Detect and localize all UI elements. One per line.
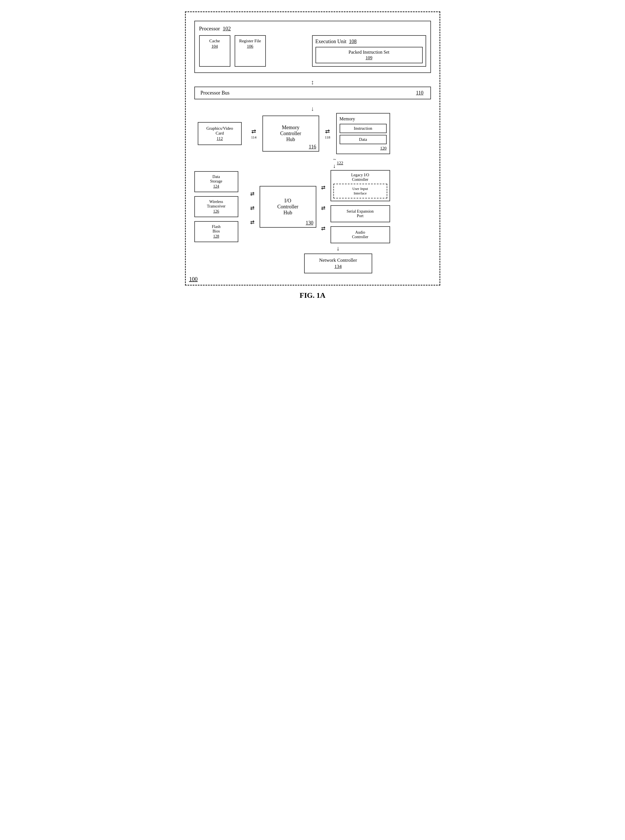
ioh-number: 130: [306, 220, 314, 226]
cache-box: Cache 104: [199, 35, 230, 67]
ioh-to-network-arrow: ↓: [246, 243, 431, 254]
right-arrows: ⇄ ⇄ ⇄: [316, 182, 331, 232]
flash-bios-box: Flash Bios 128: [194, 221, 238, 242]
memory-title: Memory: [340, 116, 387, 122]
user-input-box: User Input Interface: [333, 184, 387, 198]
mch-number: 116: [309, 144, 316, 150]
memory-box: Memory Instruction Data 120: [336, 113, 390, 154]
connector-114: 114: [251, 135, 257, 140]
legacy-io-box: Legacy I/O Controller User Input Interfa…: [331, 170, 390, 201]
ioh-box: I/O Controller Hub 130: [260, 186, 316, 228]
execution-unit-title: Execution Unit 108: [316, 39, 423, 45]
network-section: Network Controller 134: [246, 254, 431, 273]
mch-area: Memory Controller Hub 116: [263, 115, 319, 151]
execution-unit-box: Execution Unit 108 Packed Instruction Se…: [312, 35, 426, 67]
io-left-devices: Data Storage 124 Wireless Transceiver 12…: [194, 171, 246, 242]
connector-122: 122: [337, 161, 343, 165]
register-box: Register File 106: [235, 35, 266, 67]
processor-title: Processor 102: [199, 25, 426, 32]
graphics-box: Graphics/Video Card 112: [198, 122, 242, 145]
graphics-section: Graphics/Video Card 112: [194, 122, 246, 145]
wireless-box: Wireless Transceiver 126: [194, 196, 238, 217]
mch-memory-connector: ⇄ 118: [319, 128, 336, 140]
mch-to-ioh-arrow: ~ ↓ 122: [246, 156, 431, 170]
fig-label: FIG. 1A: [185, 291, 440, 300]
diagram-container: Processor 102 Cache 104 Register File 10…: [185, 11, 440, 285]
wireless-row: Wireless Transceiver 126: [194, 196, 246, 217]
mch-box: Memory Controller Hub 116: [263, 115, 319, 151]
graphics-mch-connector: ⇄ 114: [246, 128, 263, 140]
arrow-bus-to-mch: ↓: [194, 104, 431, 113]
memory-number: 120: [340, 146, 387, 151]
processor-bus-box: Processor Bus 110: [194, 87, 431, 99]
network-box: Network Controller 134: [304, 254, 372, 273]
connector-118: 118: [325, 135, 330, 140]
processor-section: Processor 102 Cache 104 Register File 10…: [194, 21, 431, 73]
left-arrows: ⇄ ⇄ ⇄: [246, 188, 260, 225]
processor-left: Cache 104 Register File 106: [199, 35, 306, 67]
data-box: Data: [340, 135, 387, 144]
processor-inner: Cache 104 Register File 106 Execution Un…: [199, 35, 426, 67]
packed-instruction-box: Packed Instruction Set 109: [316, 47, 423, 63]
arrow-processor-to-bus: ↕: [194, 78, 431, 87]
data-storage-box: Data Storage 124: [194, 171, 238, 192]
flash-bios-row: Flash Bios 128: [194, 221, 246, 242]
io-right-devices: Legacy I/O Controller User Input Interfa…: [331, 170, 393, 243]
instruction-box: Instruction: [340, 124, 387, 133]
io-section: Data Storage 124 Wireless Transceiver 12…: [194, 170, 431, 243]
outer-number: 100: [189, 276, 198, 282]
ioh-area: I/O Controller Hub 130: [260, 186, 316, 228]
middle-section: Graphics/Video Card 112 ⇄ 114 Memory Con…: [194, 113, 431, 154]
serial-expansion-box: Serial Expansion Port: [331, 205, 390, 222]
audio-controller-box: Audio Controller: [331, 226, 390, 243]
data-storage-row: Data Storage 124: [194, 171, 246, 192]
